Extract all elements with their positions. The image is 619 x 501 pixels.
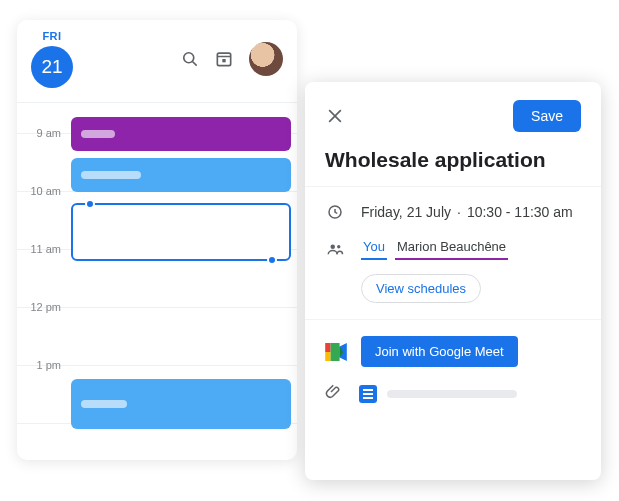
day-of-week-label: FRI [42,30,61,42]
svg-rect-10 [325,343,330,352]
attachment-name-placeholder [387,390,517,398]
search-icon[interactable] [179,48,201,70]
event-detail-card: Save Wholesale application Friday, 21 Ju… [305,82,601,480]
day-number-badge: 21 [31,46,73,88]
attachment-row [325,383,581,405]
svg-point-9 [337,245,340,248]
event-title[interactable]: Wholesale application [325,148,581,172]
event-title-placeholder [81,171,141,179]
guest-chip[interactable]: Marion Beauchêne [395,237,508,260]
google-meet-row: Join with Google Meet [325,336,581,367]
attachment-icon[interactable] [325,383,345,405]
event-title-placeholder [81,400,127,408]
calendar-event[interactable] [71,158,291,192]
save-button[interactable]: Save [513,100,581,132]
close-icon[interactable] [325,106,345,126]
hour-label: 9 am [21,127,61,139]
svg-point-0 [184,53,194,63]
user-avatar[interactable] [249,42,283,76]
svg-line-1 [193,62,197,66]
people-icon [325,240,345,258]
new-event-selection[interactable] [71,203,291,261]
clock-icon [325,203,345,221]
svg-rect-11 [325,352,330,361]
event-date: Friday, 21 July [361,204,451,220]
event-time-row[interactable]: Friday, 21 July · 10:30 - 11:30 am [325,203,581,221]
event-time: 10:30 - 11:30 am [467,204,573,220]
event-guests-row: You Marion Beauchêne [325,237,581,260]
view-schedules-button[interactable]: View schedules [361,274,481,303]
hour-label: 12 pm [21,301,61,313]
svg-rect-4 [222,59,225,62]
guest-chip-you[interactable]: You [361,237,387,260]
google-meet-icon [325,343,347,361]
selection-handle-end[interactable] [267,255,277,265]
join-google-meet-button[interactable]: Join with Google Meet [361,336,518,367]
hour-label: 1 pm [21,359,61,371]
separator-dot: · [457,204,461,220]
date-selector[interactable]: FRI 21 [31,30,73,88]
hour-label: 11 am [21,243,61,255]
calendar-event[interactable] [71,117,291,151]
hour-label: 10 am [21,185,61,197]
today-icon[interactable] [213,48,235,70]
calendar-header: FRI 21 [17,20,297,103]
svg-rect-12 [331,343,340,361]
svg-point-8 [331,244,336,249]
calendar-card: FRI 21 9 am 10 am 11 am 12 pm 1 pm [17,20,297,460]
calendar-event[interactable] [71,379,291,429]
event-title-placeholder [81,130,115,138]
calendar-body[interactable]: 9 am 10 am 11 am 12 pm 1 pm [17,103,297,460]
google-doc-icon[interactable] [359,385,377,403]
selection-handle-start[interactable] [85,199,95,209]
